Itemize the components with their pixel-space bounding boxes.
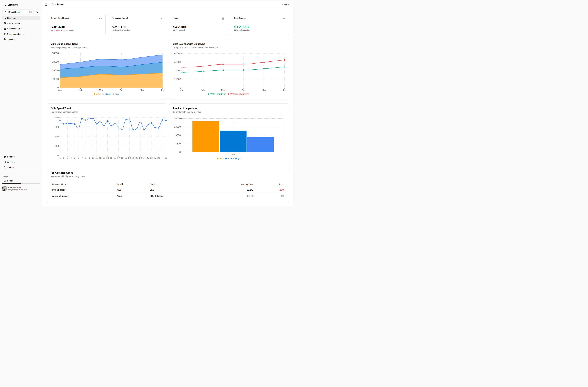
svg-text:11: 11 <box>95 157 98 159</box>
svg-text:0: 0 <box>179 151 181 153</box>
svg-text:Jan: Jan <box>181 89 184 91</box>
svg-text:23: 23 <box>139 157 142 159</box>
svg-text:9000: 9000 <box>175 134 181 137</box>
svg-text:4: 4 <box>70 157 72 159</box>
svg-text:30000: 30000 <box>174 69 181 72</box>
svg-text:5: 5 <box>74 157 75 159</box>
svg-text:May: May <box>140 89 144 91</box>
svg-text:Apr: Apr <box>242 89 245 91</box>
svg-text:30: 30 <box>165 157 167 159</box>
svg-text:1200: 1200 <box>53 116 59 119</box>
svg-text:38000: 38000 <box>52 52 59 54</box>
svg-text:Mar: Mar <box>99 89 103 91</box>
svg-text:0: 0 <box>58 154 59 157</box>
svg-text:900: 900 <box>55 126 59 128</box>
svg-text:15000: 15000 <box>174 78 181 80</box>
svg-text:Jun: Jun <box>231 153 235 156</box>
svg-text:8: 8 <box>85 157 86 159</box>
svg-text:19000: 19000 <box>52 69 59 72</box>
svg-text:Apr: Apr <box>120 89 123 91</box>
svg-text:gcp: gcp <box>115 93 119 95</box>
svg-text:16: 16 <box>114 157 116 159</box>
svg-text:17: 17 <box>117 157 120 159</box>
svg-text:27: 27 <box>154 157 156 159</box>
svg-text:9500: 9500 <box>53 78 59 80</box>
svg-text:Feb: Feb <box>201 89 205 91</box>
svg-text:15: 15 <box>110 157 112 159</box>
svg-text:25: 25 <box>147 157 149 159</box>
svg-text:13: 13 <box>103 157 105 159</box>
svg-text:Jan: Jan <box>58 89 62 91</box>
svg-text:azure: azure <box>105 93 111 95</box>
svg-text:aws: aws <box>96 93 101 95</box>
svg-text:9: 9 <box>89 157 90 159</box>
svg-text:19: 19 <box>125 157 127 159</box>
svg-text:1: 1 <box>60 157 61 159</box>
svg-text:45000: 45000 <box>174 61 181 63</box>
svg-text:28: 28 <box>157 157 160 159</box>
svg-text:azure: azure <box>228 157 234 160</box>
svg-text:4500: 4500 <box>175 142 181 145</box>
svg-text:3: 3 <box>67 157 68 159</box>
svg-text:12: 12 <box>99 157 102 159</box>
svg-text:aws: aws <box>220 157 224 160</box>
svg-text:60000: 60000 <box>174 52 181 55</box>
svg-text:26: 26 <box>150 157 152 159</box>
svg-text:Mar: Mar <box>221 89 225 91</box>
svg-text:Without Cloudlyne: Without Cloudlyne <box>230 93 249 95</box>
svg-text:20: 20 <box>128 157 131 159</box>
svg-text:300: 300 <box>55 145 59 147</box>
svg-text:24: 24 <box>143 157 145 159</box>
svg-text:gcp: gcp <box>238 157 242 160</box>
svg-text:28500: 28500 <box>52 60 59 63</box>
svg-text:May: May <box>262 89 266 91</box>
svg-text:10: 10 <box>92 157 94 159</box>
svg-text:Jun: Jun <box>283 89 286 91</box>
svg-text:13500: 13500 <box>174 125 181 128</box>
svg-text:21: 21 <box>132 157 134 159</box>
svg-text:With Cloudlyne: With Cloudlyne <box>210 93 226 95</box>
svg-text:22: 22 <box>135 157 138 159</box>
svg-text:6: 6 <box>78 157 79 159</box>
svg-text:18000: 18000 <box>174 117 181 120</box>
svg-text:14: 14 <box>106 157 109 159</box>
svg-text:Jun: Jun <box>161 89 164 91</box>
svg-text:18: 18 <box>121 157 123 159</box>
svg-text:7: 7 <box>81 157 83 159</box>
svg-text:Feb: Feb <box>79 89 83 91</box>
svg-text:2: 2 <box>63 157 64 159</box>
svg-text:600: 600 <box>55 135 59 138</box>
